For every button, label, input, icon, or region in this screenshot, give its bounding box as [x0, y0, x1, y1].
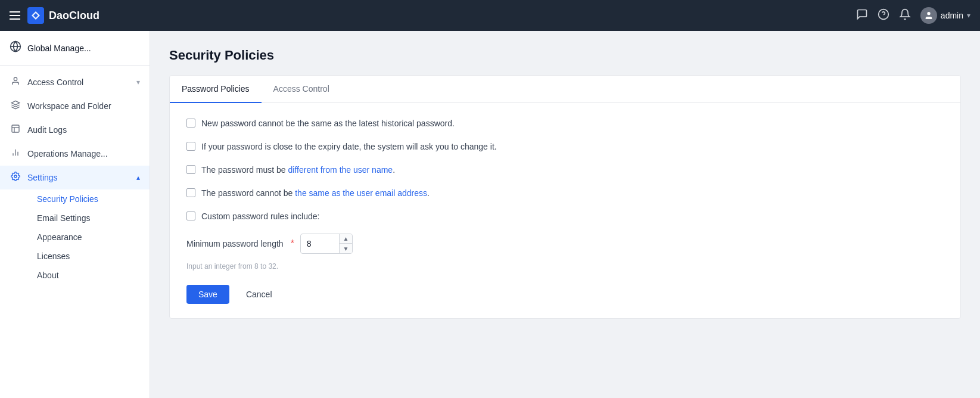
field-hint: Input an integer from 8 to 32.	[186, 262, 944, 270]
svg-point-14	[14, 175, 17, 178]
user-name: admin	[941, 11, 963, 20]
topbar-left: DaoCloud	[10, 7, 99, 24]
topbar: DaoCloud admin ▾	[0, 0, 980, 31]
global-icon	[10, 41, 21, 55]
spinner-down[interactable]: ▼	[339, 244, 352, 253]
policy-item-not-username: The password must be different from the …	[186, 164, 944, 176]
number-input-wrapper: ▲ ▼	[300, 234, 353, 254]
svg-point-6	[14, 77, 17, 80]
brand-name: DaoCloud	[49, 10, 99, 22]
policy-item-custom-rules: Custom password rules include:	[186, 210, 944, 223]
sidebar-sub-licenses[interactable]: Licenses	[27, 247, 150, 266]
required-marker: *	[291, 238, 294, 249]
sidebar-global-manage[interactable]: Global Manage...	[0, 31, 150, 66]
topbar-right: admin ▾	[856, 7, 970, 24]
save-button[interactable]: Save	[186, 285, 229, 304]
min-password-label: Minimum password length	[186, 239, 284, 248]
policy-text-expiry: If your password is close to the expiry …	[201, 141, 497, 153]
spinners: ▲ ▼	[339, 234, 352, 253]
svg-rect-8	[12, 125, 19, 132]
help-icon[interactable]	[878, 8, 889, 23]
access-control-arrow: ▾	[136, 78, 140, 86]
sidebar: Global Manage... Access Control ▾ Worksp…	[0, 31, 150, 398]
sidebar-audit-label: Audit Logs	[27, 125, 140, 135]
sidebar-sub-appearance[interactable]: Appearance	[27, 228, 150, 247]
min-password-input[interactable]	[301, 235, 339, 252]
sidebar-item-audit-logs[interactable]: Audit Logs	[0, 118, 150, 142]
chat-icon[interactable]	[856, 8, 868, 23]
policy-text-before-3: The password must be	[201, 165, 288, 175]
sidebar-item-operations[interactable]: Operations Manage...	[0, 142, 150, 166]
policy-item-no-historical: New password cannot be the same as the l…	[186, 117, 944, 130]
settings-card: Password Policies Access Control New pas…	[169, 75, 961, 319]
policy-text-after-3: .	[393, 165, 395, 175]
user-dropdown-icon: ▾	[967, 11, 970, 20]
sidebar-item-workspace[interactable]: Workspace and Folder	[0, 94, 150, 118]
sidebar-global-label: Global Manage...	[27, 43, 91, 53]
sidebar-operations-label: Operations Manage...	[27, 149, 140, 158]
sidebar-nav: Access Control ▾ Workspace and Folder Au…	[0, 66, 150, 290]
sidebar-settings-submenu: Security Policies Email Settings Appeara…	[0, 189, 150, 285]
checkbox-custom-rules[interactable]	[186, 212, 195, 220]
checkbox-expiry[interactable]	[186, 142, 195, 151]
policy-item-not-email: The password cannot be the same as the u…	[186, 187, 944, 200]
user-menu[interactable]: admin ▾	[920, 7, 970, 24]
tab-password-policies[interactable]: Password Policies	[170, 76, 262, 103]
brand-logo	[27, 7, 44, 24]
policy-text-not-username: The password must be different from the …	[201, 164, 395, 176]
sidebar-item-settings[interactable]: Settings ▴	[0, 166, 150, 189]
sidebar-access-control-label: Access Control	[27, 77, 130, 87]
policy-text-no-historical: New password cannot be the same as the l…	[201, 117, 455, 130]
policy-content: New password cannot be the same as the l…	[170, 103, 960, 318]
sidebar-workspace-label: Workspace and Folder	[27, 101, 140, 111]
audit-icon	[10, 124, 21, 136]
policy-text-highlight-4: the same as the user email address	[295, 188, 427, 198]
policy-text-after-4: .	[427, 188, 430, 198]
sidebar-item-access-control[interactable]: Access Control ▾	[0, 70, 150, 94]
min-password-row: Minimum password length * ▲ ▼ Input an i…	[186, 234, 944, 270]
policy-item-expiry: If your password is close to the expiry …	[186, 141, 944, 153]
sidebar-sub-email-settings[interactable]: Email Settings	[27, 209, 150, 228]
sidebar-sub-about[interactable]: About	[27, 266, 150, 285]
policy-text-highlight-3: different from the user name	[288, 165, 393, 175]
cancel-button[interactable]: Cancel	[237, 285, 282, 304]
checkbox-no-historical[interactable]	[186, 119, 195, 128]
tab-access-control[interactable]: Access Control	[262, 76, 341, 103]
hamburger-menu[interactable]	[10, 11, 20, 20]
bell-icon[interactable]	[899, 8, 911, 23]
avatar	[920, 7, 937, 24]
svg-marker-7	[11, 101, 19, 105]
policy-text-custom-rules: Custom password rules include:	[201, 210, 319, 223]
settings-icon	[10, 172, 21, 184]
layout: Global Manage... Access Control ▾ Worksp…	[0, 31, 980, 398]
policy-text-not-email: The password cannot be the same as the u…	[201, 187, 430, 200]
svg-point-3	[927, 12, 930, 15]
settings-arrow: ▴	[136, 173, 140, 182]
checkbox-not-email[interactable]	[186, 188, 195, 197]
workspace-icon	[10, 100, 21, 112]
main-content: Security Policies Password Policies Acce…	[150, 31, 980, 398]
sidebar-settings-label: Settings	[27, 173, 130, 182]
checkbox-not-username[interactable]	[186, 165, 195, 174]
policy-text-before-4: The password cannot be	[201, 188, 295, 198]
sidebar-sub-security-policies[interactable]: Security Policies	[27, 189, 150, 209]
button-row: Save Cancel	[186, 285, 944, 304]
spinner-up[interactable]: ▲	[339, 234, 352, 244]
access-control-icon	[10, 76, 21, 88]
brand: DaoCloud	[27, 7, 99, 24]
page-title: Security Policies	[169, 48, 961, 63]
tabs: Password Policies Access Control	[170, 76, 960, 103]
operations-icon	[10, 148, 21, 160]
